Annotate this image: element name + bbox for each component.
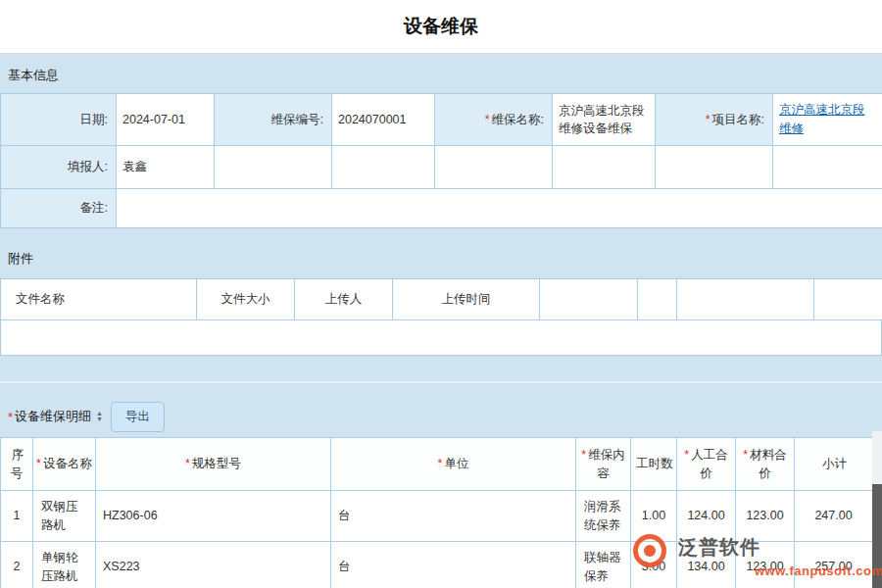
required-mark: * xyxy=(684,448,689,462)
title-bar: 设备维保 xyxy=(0,0,882,54)
col-header-model: *规格型号 xyxy=(96,438,331,491)
header-label: 规格型号 xyxy=(192,457,241,470)
uploader-header: 上传人 xyxy=(295,279,393,320)
field-label: 维保名称: xyxy=(492,113,544,126)
basic-info-section-title: 基本信息 xyxy=(0,54,882,93)
details-section-title: 设备维保明细 xyxy=(15,408,91,425)
file-size-header: 文件大小 xyxy=(197,279,295,320)
reporter-label: 填报人: xyxy=(1,146,117,189)
col-header-seq: 序号 xyxy=(1,438,33,491)
required-mark: * xyxy=(438,457,443,470)
empty-cell xyxy=(215,146,332,189)
seq-cell: 2 xyxy=(1,542,33,588)
upload-time-header: 上传时间 xyxy=(393,279,540,320)
attachment-header-empty-cell xyxy=(814,279,882,320)
content-cell: 润滑系统保养 xyxy=(576,491,631,542)
details-header-row: 序号 *设备名称 *规格型号 *单位 *维保内容 工时数 *人工合价 *材料合价… xyxy=(1,438,873,491)
empty-cell xyxy=(773,146,882,189)
device-name-cell: 双钢压路机 xyxy=(33,491,96,542)
details-table: 序号 *设备名称 *规格型号 *单位 *维保内容 工时数 *人工合价 *材料合价… xyxy=(0,437,873,588)
attachments-empty-body xyxy=(0,320,882,356)
table-row: 1 双钢压路机 HZ306-06 台 润滑系统保养 1.00 124.00 12… xyxy=(1,491,873,542)
required-mark: * xyxy=(743,448,748,462)
file-name-header: 文件名称 xyxy=(1,279,197,320)
device-name-cell: 单钢轮压路机 xyxy=(33,542,96,588)
labor-total-cell: 124.00 xyxy=(677,491,736,542)
header-label: 序号 xyxy=(11,448,24,480)
attachment-header-empty-cell xyxy=(638,279,677,320)
remark-value xyxy=(117,189,882,228)
model-cell: XS223 xyxy=(96,542,331,588)
basic-info-row-1: 日期: 2024-07-01 维保编号: 2024070001 *维保名称: 京… xyxy=(1,94,882,146)
reporter-value: 袁鑫 xyxy=(117,146,215,189)
attachments-header-row: 文件名称 文件大小 上传人 上传时间 xyxy=(1,279,882,320)
empty-cell xyxy=(656,146,773,189)
required-mark: * xyxy=(581,448,586,462)
content-cell: 联轴器保养 xyxy=(576,542,631,588)
empty-cell xyxy=(435,146,553,189)
equipment-maintenance-page: 设备维保 基本信息 日期: 2024-07-01 维保编号: 202407000… xyxy=(0,0,882,588)
date-label: 日期: xyxy=(1,94,117,146)
empty-cell xyxy=(332,146,435,189)
material-total-cell: 123.00 xyxy=(736,491,795,542)
basic-info-row-2: 填报人: 袁鑫 xyxy=(1,146,882,189)
project-name-link[interactable]: 京沪高速北京段维修 xyxy=(779,103,865,135)
header-label: 设备名称 xyxy=(43,457,92,470)
field-label: 日期: xyxy=(80,113,108,126)
material-total-cell: 123.00 xyxy=(736,542,795,588)
export-button[interactable]: 导出 xyxy=(111,402,165,432)
required-mark: * xyxy=(185,457,190,470)
required-mark: * xyxy=(706,113,710,126)
attachment-header-empty-cell xyxy=(540,279,638,320)
field-label: 填报人: xyxy=(68,160,108,173)
unit-cell: 台 xyxy=(331,491,576,542)
subtotal-cell: 247.00 xyxy=(795,491,873,542)
col-header-hours: 工时数 xyxy=(631,438,677,491)
project-name-label: *项目名称: xyxy=(656,94,773,146)
attachments-section-title: 附件 xyxy=(0,228,882,278)
maintenance-name-value: 京沪高速北京段维修设备维保 xyxy=(553,94,656,146)
labor-total-cell: 134.00 xyxy=(677,542,736,588)
hours-cell: 3.00 xyxy=(631,542,677,588)
section-divider xyxy=(0,381,882,383)
header-label: 工时数 xyxy=(636,457,673,470)
unit-cell: 台 xyxy=(331,542,576,588)
field-label: 项目名称: xyxy=(712,113,764,126)
hours-cell: 1.00 xyxy=(631,491,677,542)
maintenance-code-label: 维保编号: xyxy=(215,94,332,146)
basic-info-row-3: 备注: xyxy=(1,189,882,228)
table-row: 2 单钢轮压路机 XS223 台 联轴器保养 3.00 134.00 123.0… xyxy=(1,542,873,588)
seq-cell: 1 xyxy=(1,491,33,542)
attachment-header-empty-cell xyxy=(677,279,814,320)
col-header-device-name: *设备名称 xyxy=(33,438,96,491)
header-label: 材料合价 xyxy=(750,448,787,480)
model-cell: HZ306-06 xyxy=(96,491,331,542)
basic-info-table: 日期: 2024-07-01 维保编号: 2024070001 *维保名称: 京… xyxy=(0,93,882,228)
required-mark: * xyxy=(36,457,41,470)
empty-cell xyxy=(553,146,656,189)
remark-label: 备注: xyxy=(1,189,117,228)
col-header-unit: *单位 xyxy=(331,438,576,491)
maintenance-code-value: 2024070001 xyxy=(332,94,435,146)
sort-toggle-icon[interactable]: ▲▼ xyxy=(96,411,103,422)
required-mark: * xyxy=(485,113,490,126)
details-section-header: * 设备维保明细 ▲▼ 导出 xyxy=(0,396,882,437)
col-header-content: *维保内容 xyxy=(576,438,631,491)
details-required-mark: * xyxy=(8,410,13,424)
header-label: 单位 xyxy=(444,457,468,470)
project-name-cell: 京沪高速北京段维修 xyxy=(773,94,882,146)
col-header-subtotal: 小计 xyxy=(795,438,873,491)
page-title: 设备维保 xyxy=(404,14,478,39)
header-label: 人工合价 xyxy=(691,448,728,480)
date-value: 2024-07-01 xyxy=(117,94,215,146)
col-header-material-total: *材料合价 xyxy=(736,438,795,491)
maintenance-name-label: *维保名称: xyxy=(435,94,553,146)
header-label: 小计 xyxy=(822,457,847,470)
subtotal-cell: 257.00 xyxy=(795,542,873,588)
col-header-labor-total: *人工合价 xyxy=(677,438,736,491)
field-label: 备注: xyxy=(80,201,108,215)
field-label: 维保编号: xyxy=(271,113,323,126)
attachments-table: 文件名称 文件大小 上传人 上传时间 xyxy=(0,278,882,320)
header-label: 维保内容 xyxy=(588,448,625,480)
scrollbar-thumb[interactable] xyxy=(872,484,882,588)
